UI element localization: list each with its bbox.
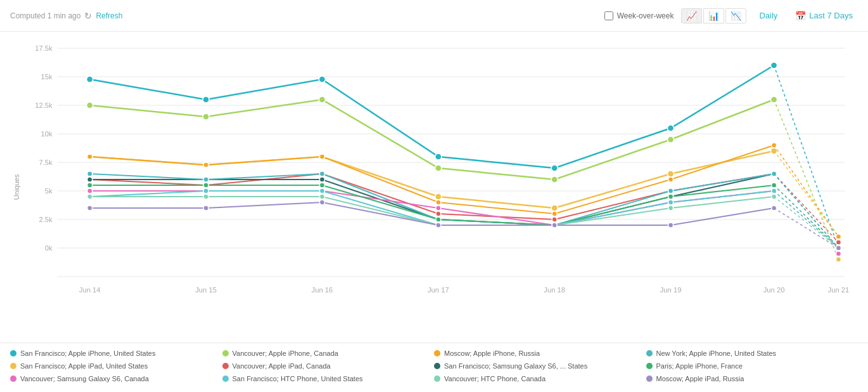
legend-dot-5 (222, 363, 229, 369)
daily-button[interactable]: Daily (754, 8, 782, 23)
svg-point-91 (436, 206, 441, 211)
svg-point-27 (319, 76, 325, 82)
y-axis-label: Uniques (13, 174, 20, 200)
chart-type-buttons: 📈 📊 📉 (681, 8, 746, 23)
svg-line-122 (774, 197, 839, 248)
svg-point-116 (203, 194, 208, 199)
svg-point-108 (319, 188, 324, 193)
svg-line-32 (774, 65, 839, 248)
svg-line-131 (774, 208, 839, 248)
legend-dot-1 (222, 350, 229, 356)
legend-item-1: Vancouver; Apple iPhone, Canada (222, 350, 435, 357)
legend-label-8: Vancouver; Samsung Galaxy S6, Canada (20, 375, 149, 382)
svg-text:0k: 0k (45, 244, 53, 252)
legend-item-6: San Francisco; Samsung Galaxy S6, ... St… (434, 362, 646, 370)
svg-point-72 (319, 177, 324, 182)
svg-point-126 (319, 200, 324, 205)
legend-label-1: Vancouver; Apple iPhone, Canada (233, 350, 338, 357)
svg-point-65 (552, 217, 557, 222)
svg-text:12.5k: 12.5k (35, 101, 53, 109)
svg-point-25 (87, 76, 93, 82)
svg-point-54 (319, 154, 324, 159)
last7-button[interactable]: 📅 Last 7 Days (790, 8, 858, 23)
legend-dot-7 (646, 363, 653, 369)
week-over-week-checkbox[interactable] (604, 11, 613, 20)
svg-text:Jun 16: Jun 16 (312, 286, 333, 294)
controls-right: Week-over-week 📈 📊 📉 Daily 📅 Last 7 Days (604, 8, 858, 23)
svg-point-125 (203, 206, 208, 211)
svg-line-104 (774, 185, 839, 248)
svg-point-46 (435, 193, 442, 200)
legend-label-9: San Francisco; HTC Phone, United States (233, 375, 363, 382)
legend-label-11: Moscow; Apple iPad, Russia (656, 375, 744, 382)
svg-point-134 (836, 257, 841, 262)
svg-point-34 (87, 102, 93, 108)
computed-label: Computed 1 min ago (10, 11, 80, 20)
svg-point-111 (668, 200, 673, 205)
svg-point-129 (668, 223, 673, 228)
svg-point-56 (552, 211, 557, 216)
legend-dot-4 (10, 363, 16, 369)
line-chart-btn[interactable]: 📈 (681, 8, 702, 23)
svg-point-55 (436, 200, 441, 205)
svg-point-26 (203, 96, 209, 103)
svg-point-53 (203, 162, 208, 167)
svg-point-100 (436, 217, 441, 222)
svg-text:2.5k: 2.5k (39, 216, 53, 223)
svg-point-80 (203, 177, 208, 182)
week-over-week-label: Week-over-week (617, 11, 674, 20)
svg-point-120 (668, 206, 673, 211)
svg-text:17.5k: 17.5k (35, 44, 53, 52)
svg-text:Jun 21: Jun 21 (828, 286, 850, 294)
bar-chart-btn[interactable]: 📉 (725, 8, 746, 23)
svg-point-38 (551, 176, 558, 183)
svg-line-86 (774, 174, 839, 248)
refresh-label[interactable]: Refresh (96, 11, 122, 20)
area-chart-btn[interactable]: 📊 (703, 8, 724, 23)
svg-point-133 (836, 251, 841, 256)
svg-point-30 (667, 125, 673, 131)
svg-point-117 (319, 194, 324, 199)
legend-label-0: San Francisco; Apple iPhone, United Stat… (20, 350, 155, 357)
week-over-week-control: Week-over-week (604, 11, 674, 20)
svg-point-128 (552, 223, 557, 228)
svg-point-102 (668, 194, 673, 199)
svg-text:Jun 14: Jun 14 (79, 286, 101, 294)
legend-item-0: San Francisco; Apple iPhone, United Stat… (10, 350, 222, 357)
svg-point-28 (435, 154, 442, 160)
svg-point-64 (436, 211, 441, 216)
legend-label-6: San Francisco; Samsung Galaxy S6, ... St… (444, 362, 587, 370)
svg-text:7.5k: 7.5k (39, 159, 53, 166)
svg-point-97 (87, 183, 93, 188)
svg-text:Jun 15: Jun 15 (195, 286, 217, 294)
refresh-icon[interactable]: ↻ (84, 11, 92, 21)
svg-point-29 (551, 165, 558, 171)
svg-point-99 (319, 183, 324, 188)
svg-point-60 (836, 234, 841, 239)
computed-info: Computed 1 min ago ↻ Refresh (10, 11, 122, 21)
svg-point-88 (87, 188, 93, 193)
legend-label-2: Moscow; Apple iPhone, Russia (444, 350, 540, 357)
svg-text:Jun 18: Jun 18 (544, 286, 565, 294)
svg-point-39 (667, 136, 673, 143)
legend-item-8: Vancouver; Samsung Galaxy S6, Canada (10, 375, 222, 382)
legend-dot-6 (434, 363, 440, 369)
chart-area: Uniques 17.5k 15k 12.5k 10k 7.5k 5k 2.5k… (0, 32, 868, 343)
svg-point-52 (87, 154, 93, 159)
legend-label-4: San Francisco; Apple iPad, United States (20, 362, 148, 370)
top-bar: Computed 1 min ago ↻ Refresh Week-over-w… (0, 0, 868, 32)
legend-dot-10 (434, 376, 440, 382)
svg-point-69 (836, 240, 841, 245)
legend-item-2: Moscow; Apple iPhone, Russia (434, 350, 646, 357)
legend-item-3: New York; Apple iPhone, United States (646, 350, 858, 357)
legend-item-11: Moscow; Apple iPad, Russia (646, 375, 858, 382)
svg-point-132 (836, 245, 841, 251)
svg-point-84 (668, 188, 673, 193)
svg-text:Jun 19: Jun 19 (660, 286, 682, 294)
svg-text:Jun 20: Jun 20 (763, 286, 785, 294)
legend-label-5: Vancouver; Apple iPad, Canada (233, 362, 331, 370)
svg-point-36 (319, 96, 325, 103)
legend-label-10: Vancouver; HTC Phone, Canada (444, 375, 546, 382)
legend-item-7: Paris; Apple iPhone, France (646, 362, 858, 370)
legend-dot-9 (222, 376, 229, 382)
